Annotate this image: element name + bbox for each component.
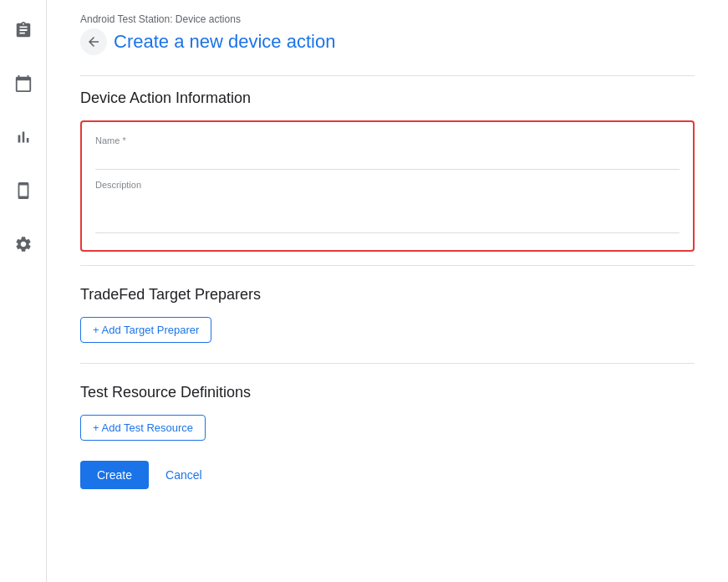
description-field-group: Description (95, 180, 680, 237)
breadcrumb-text: Android Test Station: Device actions (80, 13, 241, 25)
header-divider (80, 75, 695, 76)
test-resources-title: Test Resource Definitions (80, 384, 695, 401)
name-input[interactable] (95, 149, 680, 170)
add-target-preparer-button[interactable]: + Add Target Preparer (80, 317, 211, 343)
action-row: Create Cancel (80, 461, 695, 489)
back-button[interactable] (80, 28, 107, 55)
sidebar-item-settings[interactable] (7, 227, 40, 261)
breadcrumb: Android Test Station: Device actions (80, 13, 695, 25)
tradefed-title: TradeFed Target Preparers (80, 286, 695, 304)
sidebar-item-calendar[interactable] (7, 67, 40, 100)
sidebar-item-phone[interactable] (7, 174, 40, 207)
section-divider-1 (80, 265, 695, 266)
sidebar-item-clipboard[interactable] (7, 13, 40, 47)
form-card: Name Description (80, 120, 695, 252)
name-field-group: Name (95, 135, 680, 170)
description-label: Description (95, 180, 680, 190)
description-input[interactable] (95, 193, 680, 233)
create-button[interactable]: Create (80, 461, 149, 489)
section-divider-2 (80, 363, 695, 364)
page-title: Create a new device action (114, 31, 335, 53)
page-header: Create a new device action (80, 28, 695, 55)
sidebar-item-analytics[interactable] (7, 120, 40, 154)
add-test-resource-button[interactable]: + Add Test Resource (80, 415, 206, 441)
sidebar (0, 0, 47, 582)
main-content: Android Test Station: Device actions Cre… (47, 0, 728, 582)
device-action-info-title: Device Action Information (80, 89, 695, 107)
test-resources-section: Test Resource Definitions + Add Test Res… (80, 384, 695, 441)
device-action-info-section: Device Action Information Name Descripti… (80, 89, 695, 252)
name-label: Name (95, 135, 680, 146)
cancel-button[interactable]: Cancel (155, 461, 212, 489)
tradefed-section: TradeFed Target Preparers + Add Target P… (80, 286, 695, 343)
